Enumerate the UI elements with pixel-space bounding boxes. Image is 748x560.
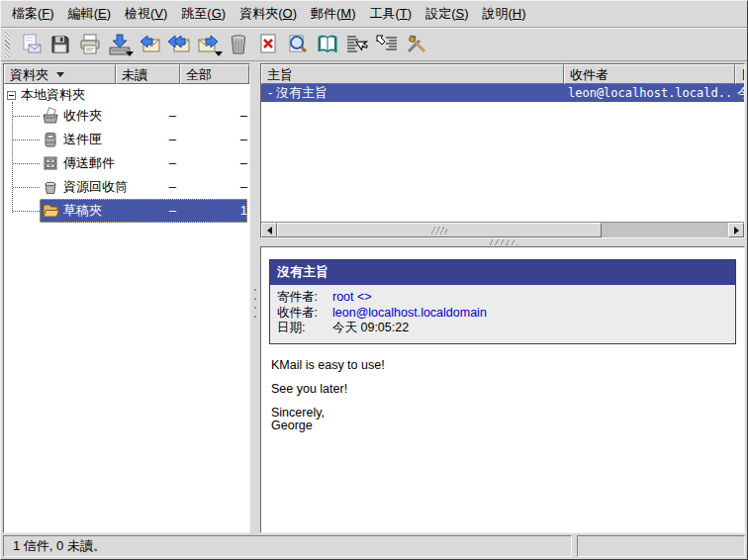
- right-pane: 主旨 收件者 日期 - 沒有主旨leon@localhost.locald...…: [260, 63, 745, 533]
- dropdown-caret-icon[interactable]: [215, 51, 223, 56]
- email-address-link[interactable]: root <>: [332, 290, 372, 306]
- menu-item[interactable]: 說明(H): [476, 2, 533, 26]
- header-field-row: 收件者:leon@localhost.localdomain: [277, 306, 728, 322]
- message-body: KMail is easy to use!See you later!Since…: [269, 359, 736, 432]
- dropdown-caret-icon[interactable]: [126, 51, 134, 56]
- filter-apply-icon: [345, 33, 369, 56]
- message-column-headers: 主旨 收件者 日期: [261, 64, 744, 84]
- message-column-header-recipient[interactable]: 收件者: [564, 64, 735, 84]
- message-preview-pane: 沒有主旨 寄件者:root <>收件者:leon@localhost.local…: [260, 246, 745, 533]
- save-button[interactable]: [46, 30, 75, 59]
- folder-item-drafts-folder[interactable]: 草稿夾–1: [4, 199, 249, 223]
- filter-create-icon: [375, 33, 399, 56]
- header-field-value: 今天 09:05:22: [332, 321, 409, 336]
- search-button[interactable]: [283, 30, 313, 59]
- message-list-horizontal-scrollbar: [261, 222, 744, 237]
- scroll-right-button[interactable]: [728, 223, 744, 237]
- new-message-button[interactable]: [16, 30, 46, 59]
- folder-item-inbox[interactable]: 收件夾––: [4, 104, 249, 128]
- print-button[interactable]: [75, 30, 105, 59]
- filter-apply-button[interactable]: [342, 30, 372, 59]
- reply-all-button[interactable]: [164, 30, 194, 59]
- column-label: 收件者: [570, 66, 608, 84]
- folder-total-count: –: [198, 132, 247, 146]
- header-field-label: 日期:: [277, 321, 332, 336]
- outbox-icon: [42, 131, 61, 148]
- message-list-pane: 主旨 收件者 日期 - 沒有主旨leon@localhost.locald...…: [260, 63, 745, 238]
- message-body-line: George: [271, 420, 736, 432]
- message-body-line: KMail is easy to use!: [271, 359, 736, 372]
- scroll-left-button[interactable]: [261, 223, 277, 237]
- folder-pane: 資料夾 未讀 全部 本地資料夾 收件夾––送件匣––傳送郵件––資源回收筒––草…: [3, 63, 250, 533]
- column-label: 未讀: [122, 66, 147, 84]
- message-header-fields: 寄件者:root <>收件者:leon@localhost.localdomai…: [270, 285, 735, 343]
- configure-button[interactable]: [402, 30, 431, 59]
- status-message: 1 信件, 0 未讀。: [3, 535, 572, 557]
- forward-button[interactable]: [194, 30, 224, 59]
- column-label: 全部: [186, 66, 212, 84]
- menu-bar: 檔案(F)編輯(E)檢視(V)跳至(G)資料夾(O)郵件(M)工具(T)設定(S…: [1, 1, 747, 28]
- folder-name: 資源回收筒: [61, 178, 128, 196]
- folder-column-header-name[interactable]: 資料夾: [4, 64, 116, 84]
- folder-name: 收件夾: [61, 107, 102, 125]
- reply-all-icon: [167, 33, 191, 56]
- message-subject-cell: - 沒有主旨: [261, 84, 564, 102]
- menu-item[interactable]: 郵件(M): [304, 2, 363, 26]
- menu-item[interactable]: 跳至(G): [174, 2, 233, 26]
- reply-button[interactable]: [135, 30, 164, 59]
- kmail-window: 檔案(F)編輯(E)檢視(V)跳至(G)資料夾(O)郵件(M)工具(T)設定(S…: [0, 0, 748, 560]
- drafts-folder-icon: [42, 202, 61, 220]
- trash-button[interactable]: [224, 30, 253, 59]
- message-body-line: [271, 396, 736, 407]
- message-body-line: Sincerely,: [271, 407, 736, 420]
- message-column-header-subject[interactable]: 主旨: [261, 64, 564, 84]
- message-column-header-date[interactable]: 日期: [735, 64, 745, 84]
- menu-item[interactable]: 資料夾(O): [233, 2, 304, 26]
- main-area: 資料夾 未讀 全部 本地資料夾 收件夾––送件匣––傳送郵件––資源回收筒––草…: [1, 61, 747, 533]
- folder-name: 草稿夾: [61, 202, 102, 220]
- folder-unread-count: –: [131, 132, 176, 146]
- folder-column-headers: 資料夾 未讀 全部: [4, 64, 249, 84]
- message-body-line: [271, 372, 736, 383]
- column-label: 日期: [741, 66, 745, 84]
- folder-tree: 本地資料夾 收件夾––送件匣––傳送郵件––資源回收筒––草稿夾–1: [4, 84, 249, 532]
- menu-item[interactable]: 工具(T): [363, 2, 420, 26]
- folder-column-header-total[interactable]: 全部: [180, 64, 249, 84]
- folder-unread-count: –: [131, 108, 176, 123]
- message-list-row[interactable]: - 沒有主旨leon@localhost.locald...今天 09:05:2…: [261, 84, 744, 102]
- message-rows: - 沒有主旨leon@localhost.locald...今天 09:05:2…: [261, 84, 744, 222]
- horizontal-splitter[interactable]: [260, 238, 745, 246]
- collapse-expander-icon[interactable]: [7, 91, 16, 100]
- address-book-icon: [316, 33, 339, 56]
- delete-message-button[interactable]: [253, 30, 283, 59]
- message-date-cell: 今天 09:05:22: [735, 84, 744, 102]
- right-arrow-icon: [734, 227, 739, 234]
- folder-item-sent-mail[interactable]: 傳送郵件––: [4, 151, 249, 175]
- menu-item[interactable]: 編輯(E): [61, 2, 118, 26]
- new-message-icon: [19, 33, 43, 56]
- folder-item-outbox[interactable]: 送件匣––: [4, 128, 249, 151]
- filter-create-button[interactable]: [372, 30, 402, 59]
- folder-root-label: 本地資料夾: [21, 86, 85, 104]
- splitter-grip-icon: [488, 239, 517, 245]
- folder-item-trash-folder[interactable]: 資源回收筒––: [4, 175, 249, 199]
- header-field-label: 寄件者:: [277, 290, 332, 306]
- scrollbar-thumb[interactable]: [277, 223, 602, 237]
- folder-root[interactable]: 本地資料夾: [4, 86, 249, 104]
- menu-item[interactable]: 檢視(V): [118, 2, 174, 26]
- menu-item[interactable]: 檔案(F): [5, 2, 61, 26]
- menu-item[interactable]: 設定(S): [419, 2, 475, 26]
- check-mail-button[interactable]: [105, 30, 135, 59]
- folder-column-header-unread[interactable]: 未讀: [116, 64, 180, 84]
- folder-name: 傳送郵件: [61, 154, 115, 172]
- toolbar-grip-handle[interactable]: [5, 32, 10, 57]
- address-book-button[interactable]: [313, 30, 342, 59]
- inbox-icon: [42, 107, 61, 125]
- vertical-splitter[interactable]: [250, 63, 260, 533]
- folder-unread-count: –: [131, 155, 176, 170]
- toolbar: [1, 28, 747, 61]
- scrollbar-track[interactable]: [277, 223, 728, 237]
- reply-icon: [138, 33, 161, 56]
- folder-unread-count: –: [131, 179, 176, 194]
- email-address-link[interactable]: leon@localhost.localdomain: [332, 306, 487, 322]
